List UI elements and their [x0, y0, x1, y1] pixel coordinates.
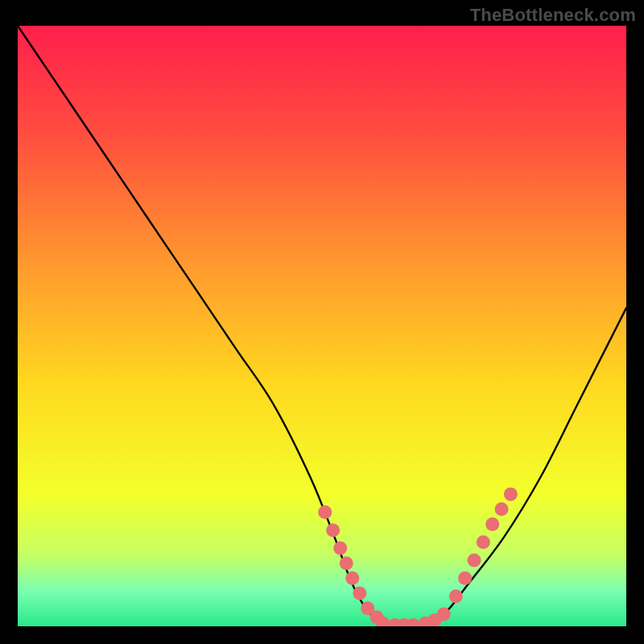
marker-dot: [326, 523, 340, 537]
plot-area: [18, 26, 626, 626]
marker-dot: [353, 586, 366, 600]
chart-frame: TheBottleneck.com: [0, 0, 644, 644]
marker-dot: [458, 572, 472, 585]
marker-dot: [333, 542, 347, 555]
watermark-text: TheBottleneck.com: [470, 5, 636, 26]
gradient-background: [18, 26, 626, 626]
marker-dot: [318, 506, 332, 519]
marker-dot: [477, 535, 490, 549]
marker-dot: [340, 556, 353, 570]
marker-dot: [437, 608, 451, 621]
marker-dot: [504, 487, 518, 501]
marker-dot: [345, 572, 359, 585]
marker-dot: [495, 502, 509, 516]
marker-dot: [449, 589, 463, 603]
marker-dot: [468, 553, 481, 567]
bottleneck-chart: [18, 26, 626, 626]
marker-dot: [485, 518, 499, 531]
